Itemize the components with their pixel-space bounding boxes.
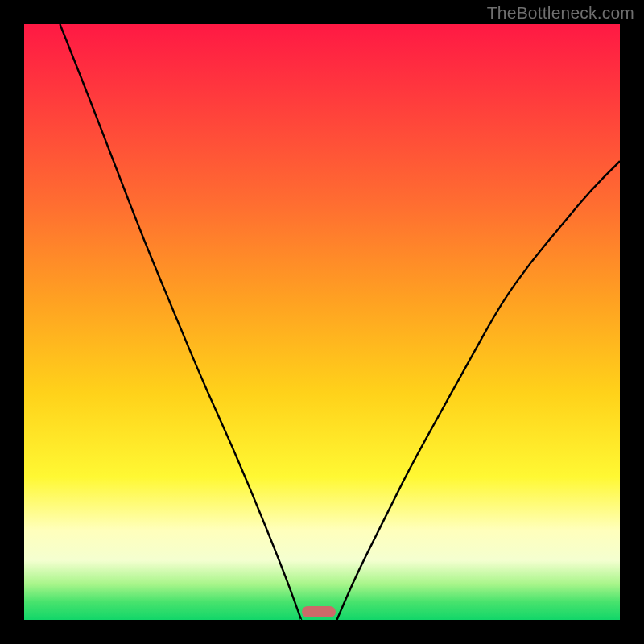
watermark-text: TheBottleneck.com xyxy=(487,3,634,23)
chart-frame: TheBottleneck.com xyxy=(0,0,644,644)
plot-area xyxy=(24,24,620,620)
left-curve xyxy=(60,24,301,620)
bottleneck-marker xyxy=(302,606,336,617)
curve-layer xyxy=(24,24,620,620)
right-curve xyxy=(337,161,621,620)
